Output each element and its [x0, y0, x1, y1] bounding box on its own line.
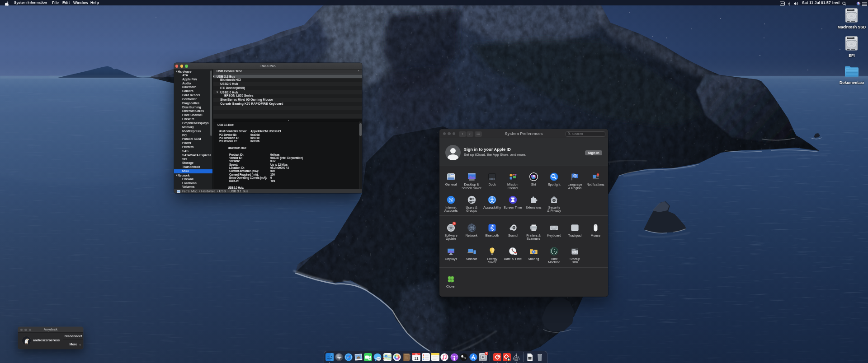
svg-text:tv: tv [464, 356, 467, 359]
svg-text:@: @ [448, 197, 453, 202]
svg-text:File: File [451, 174, 454, 176]
svg-text:11: 11 [414, 356, 418, 361]
svg-text:18: 18 [514, 253, 516, 255]
svg-text:JUL: JUL [415, 354, 417, 355]
